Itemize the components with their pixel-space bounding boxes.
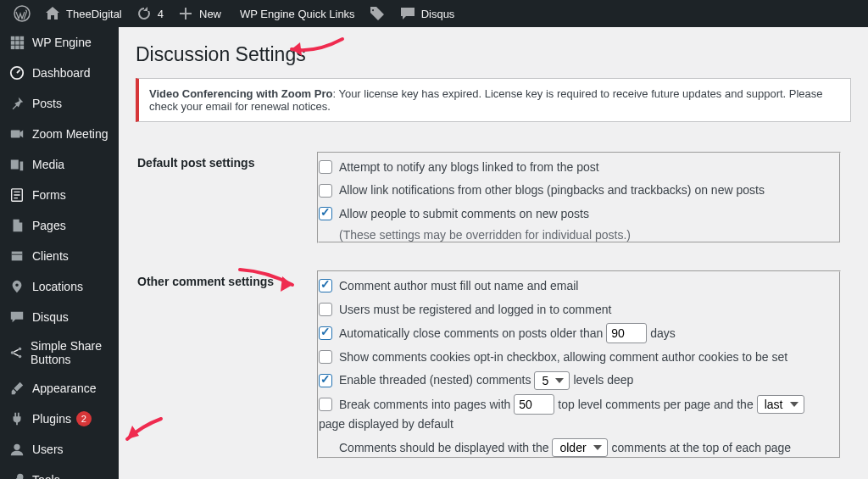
disqus-topbar[interactable]: Disqus: [392, 0, 462, 27]
sidebar-item-label: Dashboard: [32, 66, 91, 80]
wrench-icon: [8, 471, 25, 479]
comment-icon: [399, 5, 416, 22]
sidebar-item-posts[interactable]: Posts: [0, 88, 119, 119]
share-icon: [8, 344, 24, 361]
sidebar-item-users[interactable]: Users: [0, 434, 119, 465]
sidebar-item-label: Clients: [32, 249, 69, 263]
sidebar-item-disqus[interactable]: Disqus: [0, 302, 119, 332]
opt-notify-blogs[interactable]: Attempt to notify any blogs linked to fr…: [319, 158, 839, 176]
sidebar-item-label: Users: [32, 443, 64, 456]
new-link[interactable]: New: [170, 0, 228, 27]
camera-icon: [8, 125, 25, 142]
section-heading-default-post: Default post settings: [137, 139, 307, 256]
wp-logo[interactable]: [7, 0, 37, 27]
checkbox-require-registered[interactable]: [319, 303, 332, 316]
svg-rect-2: [15, 36, 19, 41]
sidebar-item-locations[interactable]: Locations: [0, 271, 119, 302]
plugin-icon: [8, 410, 25, 427]
opt-cookies-optin[interactable]: Show comments cookies opt-in checkbox, a…: [319, 348, 839, 366]
sidebar-item-clients[interactable]: Clients: [0, 241, 119, 271]
sidebar-item-label: Simple Share Buttons: [31, 339, 112, 366]
svg-rect-8: [15, 46, 19, 50]
media-icon: [8, 156, 25, 173]
home-icon: [44, 5, 61, 22]
svg-rect-4: [11, 41, 14, 45]
section-heading-other: Other comment settings: [137, 258, 307, 471]
sidebar-item-zoom-meeting[interactable]: Zoom Meeting: [0, 119, 119, 149]
default-post-fieldset: Attempt to notify any blogs linked to fr…: [317, 152, 841, 243]
site-name: TheeDigital: [66, 8, 122, 20]
other-comment-fieldset: Comment author must fill out name and em…: [317, 270, 841, 459]
select-thread-levels[interactable]: 5: [534, 371, 570, 390]
sidebar-item-forms[interactable]: Forms: [0, 180, 119, 210]
svg-point-17: [14, 444, 19, 450]
comment-icon: [8, 309, 25, 326]
tag-icon: [369, 5, 386, 22]
checkbox-notify-blogs[interactable]: [319, 160, 332, 174]
wp-engine-quicklinks[interactable]: WP Engine Quick Links: [228, 0, 362, 27]
input-close-days[interactable]: [606, 323, 647, 343]
section-heading-email: Email me whenever: [137, 473, 307, 479]
updates-link[interactable]: 4: [129, 0, 170, 27]
sidebar-item-label: Appearance: [32, 382, 97, 395]
refresh-icon: [136, 5, 153, 22]
checkbox-allow-pingbacks[interactable]: [319, 184, 332, 198]
admin-sidebar: WP EngineDashboardPostsZoom MeetingMedia…: [0, 27, 119, 479]
grid-icon: [8, 34, 25, 51]
pin-icon: [8, 95, 25, 112]
dashboard-icon: [8, 64, 25, 81]
input-per-page[interactable]: [514, 394, 554, 415]
checkbox-paginate[interactable]: [319, 398, 332, 411]
opt-paginate[interactable]: Break comments into pages with top level…: [319, 394, 839, 433]
page-title: Discussion Settings: [136, 36, 851, 70]
select-order[interactable]: older: [552, 438, 608, 457]
new-label: New: [199, 8, 221, 20]
checkbox-auto-close[interactable]: [319, 326, 332, 340]
plus-icon: [177, 5, 194, 22]
svg-point-15: [19, 348, 22, 351]
sidebar-item-label: Plugins: [32, 412, 71, 426]
checkbox-allow-comments[interactable]: [319, 207, 332, 220]
sidebar-item-wp-engine[interactable]: WP Engine: [0, 27, 119, 58]
svg-point-16: [19, 355, 22, 359]
svg-rect-13: [12, 252, 23, 261]
sidebar-item-label: Pages: [32, 219, 66, 232]
checkbox-threaded[interactable]: [319, 374, 332, 387]
sidebar-item-label: Posts: [32, 97, 62, 110]
sidebar-item-pages[interactable]: Pages: [0, 210, 119, 241]
sidebar-item-label: Locations: [32, 280, 83, 293]
sidebar-item-dashboard[interactable]: Dashboard: [0, 58, 119, 88]
sidebar-item-media[interactable]: Media: [0, 149, 119, 180]
opt-auto-close[interactable]: Automatically close comments on posts ol…: [319, 323, 839, 343]
svg-point-14: [11, 351, 14, 354]
opt-allow-pingbacks[interactable]: Allow link notifications from other blog…: [319, 181, 839, 199]
sidebar-item-plugins[interactable]: Plugins2: [0, 404, 119, 434]
opt-require-name-email[interactable]: Comment author must fill out name and em…: [319, 276, 839, 295]
topbar-icon-1[interactable]: [362, 0, 392, 27]
license-notice: Video Conferencing with Zoom Pro: Your l…: [136, 78, 851, 122]
user-icon: [8, 441, 25, 458]
opt-threaded[interactable]: Enable threaded (nested) comments 5 leve…: [319, 370, 839, 389]
svg-rect-9: [20, 46, 25, 50]
sidebar-item-label: Disqus: [32, 310, 69, 324]
opt-require-registered[interactable]: Users must be registered and logged in t…: [319, 300, 839, 319]
sidebar-item-appearance[interactable]: Appearance: [0, 373, 119, 404]
sidebar-item-simple-share-buttons[interactable]: Simple Share Buttons: [0, 332, 119, 373]
updates-count: 4: [158, 8, 164, 20]
clients-icon: [8, 248, 25, 265]
sidebar-item-label: Media: [32, 158, 64, 171]
wordpress-icon: [14, 5, 31, 22]
pages-icon: [8, 217, 25, 234]
site-name-link[interactable]: TheeDigital: [37, 0, 129, 27]
select-default-page[interactable]: last: [757, 395, 804, 414]
sidebar-item-tools[interactable]: Tools: [0, 465, 119, 479]
sidebar-item-label: Forms: [32, 188, 66, 202]
checkbox-cookies-optin[interactable]: [319, 350, 332, 364]
svg-rect-1: [11, 36, 14, 41]
sidebar-item-label: WP Engine: [32, 36, 92, 49]
svg-rect-5: [15, 41, 19, 45]
opt-display-order: Comments should be displayed with the ol…: [339, 438, 839, 457]
checkbox-require-name-email[interactable]: [319, 279, 332, 292]
opt-allow-comments[interactable]: Allow people to submit comments on new p…: [319, 204, 839, 223]
brush-icon: [8, 380, 25, 397]
